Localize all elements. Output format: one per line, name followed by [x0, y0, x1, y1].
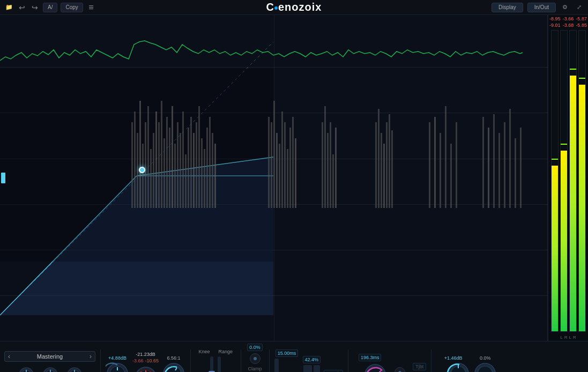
- meter-label-L1: L: [560, 335, 562, 340]
- in-out-tab[interactable]: In/Out: [527, 3, 556, 12]
- ratio-value: 6.56:1: [167, 355, 181, 361]
- threshold-val2: -10.65: [145, 358, 159, 363]
- meter-label-R1: R: [564, 335, 568, 340]
- meter-val-6: -5.85: [576, 23, 587, 28]
- meter-peak-R1: [561, 144, 567, 145]
- meter-val-4: -9.01: [549, 23, 561, 28]
- meter-val-5: -3.68: [563, 23, 574, 28]
- controls-panel: ‹ Mastering › ---- Peak/RMS: [0, 341, 588, 372]
- meter-bar-R2: [578, 30, 586, 332]
- sep-2: [190, 349, 191, 372]
- resize-icon[interactable]: ⤢: [574, 3, 584, 12]
- meter-val-2: -3.66: [563, 16, 574, 21]
- clamp-label: Clamp: [248, 366, 262, 371]
- ff-fb-knob[interactable]: [42, 366, 59, 372]
- range-slider-track[interactable]: [218, 356, 221, 372]
- ff-fb-group: FF FF/FB: [42, 366, 59, 372]
- preset-nav: ‹ Mastering ›: [4, 351, 95, 362]
- knee-slider-track[interactable]: [210, 356, 213, 372]
- threshold-display: -21.23dB: [136, 352, 155, 357]
- ab-preset-button[interactable]: A/: [43, 3, 57, 12]
- transfer-function-svg: [0, 15, 547, 341]
- toolbar-left: 📁 ↩ ↪ A/ Copy ≡: [4, 3, 96, 12]
- sep-6: [431, 349, 431, 372]
- svg-marker-0: [0, 157, 273, 315]
- small-knobs-row: ---- Peak/RMS FF FF/FB 0: [14, 366, 85, 372]
- odd-even-group: 0.0% Odd/Even: [63, 366, 85, 372]
- top-bar: 📁 ↩ ↪ A/ Copy ≡ Cenozoix Display In/Out …: [0, 0, 588, 15]
- meter-bars-container: [549, 30, 588, 334]
- sep-3: [241, 349, 241, 372]
- preset-section: ‹ Mastering › ---- Peak/RMS: [4, 351, 95, 372]
- dry-mix-group: 0.0% Dry Mix: [473, 355, 497, 372]
- knee-label: Knee: [199, 349, 210, 354]
- main-content: -8.95 -3.66 -5.87 -9.01 -3.68 -5.85: [0, 15, 588, 341]
- clamp-section: 0.0% Clamp 0.0% De-Click: [246, 344, 264, 372]
- makeup-group: +1.46dB A Makeup: [436, 355, 470, 372]
- release-value-display: 196.3ms: [359, 354, 382, 361]
- threshold-values: -3.66 -10.65: [132, 358, 159, 363]
- range-slider-container: [218, 356, 221, 372]
- sep-1: [100, 349, 101, 372]
- clamp-btn-inner: [254, 357, 257, 360]
- input-gain-knob[interactable]: [106, 362, 129, 372]
- redo-icon[interactable]: ↪: [30, 3, 40, 12]
- copy-button[interactable]: Copy: [61, 3, 83, 12]
- ratio-knob[interactable]: [162, 362, 185, 372]
- meter-peak-R2: [579, 78, 585, 79]
- input-gain-group: +4.88dB Input Gain: [106, 355, 129, 372]
- control-point[interactable]: [139, 167, 145, 173]
- meter-fill-L2: [570, 76, 576, 331]
- pump-value-display: 42.4%: [303, 356, 321, 363]
- dry-mix-knob[interactable]: [473, 362, 497, 372]
- menu-icon[interactable]: ≡: [86, 3, 96, 12]
- peak-rms-knob[interactable]: [18, 366, 35, 372]
- release-knob[interactable]: 196.3: [363, 363, 387, 372]
- release-section: 196.3ms A 196.3 Release: [353, 354, 387, 372]
- tjbt-section: Tjbt ----: [413, 363, 426, 372]
- meter-bar-R1: [560, 30, 568, 332]
- meter-label-R2: R: [573, 335, 576, 340]
- punch-section: Punch: [324, 370, 343, 372]
- toolbar-right: Display In/Out ⚙ ⤢: [492, 3, 584, 12]
- knee-range-section: Knee Range +6.00dB +60.00dB: [196, 349, 236, 372]
- meter-bar-L2: [569, 30, 577, 332]
- meter-top-values: -8.95 -3.66 -5.87: [549, 16, 587, 21]
- threshold-val1: -3.66: [132, 358, 144, 363]
- peak-rms-group: ---- Peak/RMS: [14, 366, 38, 372]
- threshold-group: -21.23dB -3.66 -10.65 Threshold ⚠: [132, 352, 159, 372]
- knee-slider-container: [210, 356, 213, 372]
- attack-section: 15.00ms Attack: [274, 349, 300, 372]
- pump-meter: [314, 365, 320, 372]
- threshold-knob[interactable]: [134, 366, 158, 372]
- display-tab[interactable]: Display: [492, 3, 523, 12]
- graph-area[interactable]: [0, 15, 548, 341]
- release-knob-row: A 196.3: [353, 363, 387, 372]
- settings-icon[interactable]: ⚙: [560, 3, 570, 12]
- odd-even-knob[interactable]: [66, 366, 83, 372]
- pump-section: 42.4% Pump: [303, 356, 321, 372]
- meter-top-values2: -9.01 -3.68 -5.85: [549, 23, 587, 28]
- clamp-value: 0.0%: [247, 344, 263, 351]
- sensitive-btn[interactable]: [395, 367, 405, 372]
- attack-meter: [274, 359, 279, 372]
- knee-range-header: Knee Range: [199, 349, 233, 354]
- makeup-knob[interactable]: [446, 362, 470, 372]
- folder-icon[interactable]: 📁: [4, 3, 14, 12]
- meter-val-3: -5.87: [576, 16, 587, 21]
- preset-prev-btn[interactable]: ‹: [8, 353, 10, 360]
- knee-range-sliders: [210, 356, 221, 372]
- undo-icon[interactable]: ↩: [17, 3, 27, 12]
- meter-lr-labels: L R L R: [560, 335, 576, 340]
- preset-next-btn[interactable]: ›: [90, 353, 92, 360]
- left-indicator: [1, 173, 5, 183]
- sep-5: [348, 349, 348, 372]
- meter-bar-L1: [551, 30, 559, 332]
- attack-knob-row: [274, 359, 300, 372]
- meter-fill-L1: [552, 166, 558, 331]
- preset-name: Mastering: [12, 353, 87, 360]
- sep-4: [269, 349, 270, 372]
- clamp-btn[interactable]: [250, 353, 260, 364]
- dry-mix-value: 0.0%: [480, 355, 491, 361]
- meter-peak-L2: [570, 69, 576, 70]
